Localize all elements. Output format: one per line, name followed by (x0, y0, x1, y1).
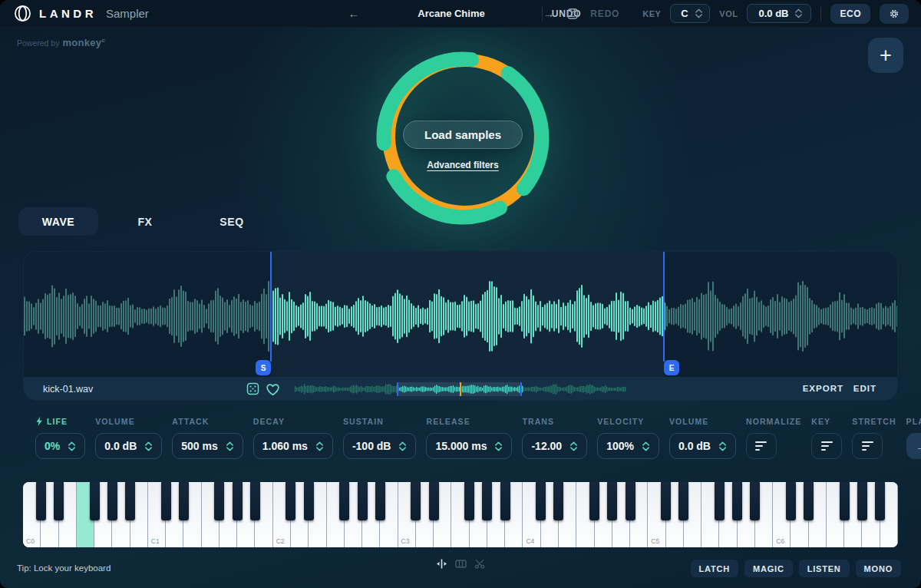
black-key[interactable] (250, 482, 260, 520)
preset-nav: ← Arcane Chime → (347, 7, 579, 20)
param-sustain-stepper[interactable]: -100 dB (343, 433, 417, 459)
chevron-up-down-icon (494, 441, 503, 451)
trim-icon[interactable] (436, 558, 448, 570)
tab-seq[interactable]: SEQ (192, 207, 272, 236)
black-key[interactable] (786, 482, 796, 520)
black-key[interactable] (429, 482, 439, 520)
param-attack-stepper[interactable]: 500 ms (172, 433, 243, 459)
param-decay-stepper[interactable]: 1.060 ms (253, 433, 333, 459)
chevron-up-down-icon (315, 441, 324, 451)
black-key[interactable] (36, 482, 46, 520)
param-life-value: 0% (45, 440, 60, 452)
waveform-overview[interactable] (295, 382, 626, 396)
master-volume-select[interactable]: 0.0 dB (747, 4, 811, 23)
black-key[interactable] (661, 482, 671, 520)
chevron-up-down-icon (695, 8, 703, 18)
black-key[interactable] (358, 482, 368, 520)
edit-button[interactable]: EDIT (853, 384, 876, 393)
mono-button[interactable]: MONO (856, 560, 901, 577)
black-key[interactable] (804, 482, 814, 520)
brand-name: LANDR (39, 7, 97, 20)
param-life-stepper[interactable]: 0% (35, 433, 85, 459)
black-key[interactable] (286, 482, 295, 520)
param-volume: VOLUME0.0 dB (95, 416, 162, 459)
redo-button[interactable]: REDO (590, 8, 619, 19)
chevron-up-down-icon (398, 441, 407, 451)
black-key[interactable] (715, 482, 725, 520)
black-key[interactable] (500, 482, 510, 520)
settings-button[interactable] (880, 4, 909, 24)
param-volume-stepper[interactable]: 0.0 dB (669, 433, 736, 459)
black-key[interactable] (750, 482, 760, 520)
latch-button[interactable]: LATCH (691, 560, 738, 577)
param-velocity-stepper[interactable]: 100% (597, 433, 659, 459)
octave-label: C0 (26, 537, 35, 545)
divider (820, 7, 821, 21)
param-attack: ATTACK500 ms (172, 416, 243, 459)
save-icon[interactable] (566, 8, 579, 20)
start-marker-tag[interactable]: S (256, 360, 271, 375)
powered-by-superscript: c (101, 37, 105, 44)
stretch-button[interactable] (852, 433, 883, 459)
add-sample-button[interactable]: + (868, 38, 903, 73)
app-name: Sampler (106, 7, 149, 20)
black-key[interactable] (607, 482, 617, 520)
param-volume: VOLUME0.0 dB (669, 416, 736, 459)
black-key[interactable] (732, 482, 742, 520)
export-button[interactable]: EXPORT (803, 384, 843, 393)
black-key[interactable] (464, 482, 474, 520)
magic-button[interactable]: MAGIC (744, 560, 793, 577)
playback-button[interactable]: → (906, 433, 921, 459)
black-key[interactable] (411, 482, 421, 520)
eco-button[interactable]: ECO (830, 4, 870, 24)
black-key[interactable] (233, 482, 243, 520)
param-velocity: VELOCITY100% (597, 416, 659, 459)
advanced-filters-link[interactable]: Advanced filters (427, 160, 498, 170)
tab-wave[interactable]: WAVE (18, 207, 98, 236)
arrow-right-icon: → (916, 441, 921, 452)
black-key[interactable] (875, 482, 885, 520)
black-key[interactable] (179, 482, 189, 520)
black-key[interactable] (304, 482, 314, 520)
tab-fx[interactable]: FX (105, 207, 185, 236)
param-trans-value: -12.00 (531, 440, 562, 452)
load-samples-button[interactable]: Load samples (403, 121, 523, 149)
black-key[interactable] (375, 482, 385, 520)
listen-button[interactable]: LISTEN (799, 560, 850, 577)
black-key[interactable] (589, 482, 599, 520)
key-button[interactable] (811, 433, 842, 459)
black-key[interactable] (214, 482, 224, 520)
black-key[interactable] (857, 482, 867, 520)
black-key[interactable] (553, 482, 563, 520)
black-key[interactable] (339, 482, 349, 520)
param-life: LIFE0% (35, 416, 85, 459)
black-key[interactable] (161, 482, 171, 520)
black-key[interactable] (125, 482, 135, 520)
param-volume-stepper[interactable]: 0.0 dB (95, 433, 162, 459)
slice-grid-icon[interactable] (455, 558, 467, 570)
waveform-display[interactable]: S E (24, 252, 897, 377)
piano-keyboard[interactable]: C0C1C2C3C4C5C6 (23, 482, 898, 547)
random-sample-button[interactable] (246, 382, 259, 398)
normalize-button[interactable] (746, 433, 777, 459)
black-key[interactable] (107, 482, 117, 520)
next-preset-button[interactable]: → (542, 7, 556, 20)
param-release-stepper[interactable]: 15.000 ms (426, 433, 512, 459)
black-key[interactable] (482, 482, 492, 520)
end-marker-tag[interactable]: E (664, 360, 679, 375)
black-key[interactable] (840, 482, 850, 520)
chevron-up-down-icon (144, 441, 153, 451)
prev-preset-button[interactable]: ← (347, 7, 361, 20)
favorite-button[interactable] (266, 382, 280, 399)
black-key[interactable] (678, 482, 688, 520)
param-decay-label: DECAY (253, 416, 333, 426)
key-select[interactable]: C (670, 4, 710, 23)
black-key[interactable] (626, 482, 635, 520)
param-trans-stepper[interactable]: -12.00 (522, 433, 587, 459)
black-key[interactable] (54, 482, 64, 520)
scissors-icon[interactable] (474, 558, 486, 570)
param-release: RELEASE15.000 ms (426, 416, 512, 459)
black-key[interactable] (536, 482, 546, 520)
black-key[interactable] (90, 482, 100, 520)
param-normalize-label: NORMALIZE (746, 416, 801, 426)
